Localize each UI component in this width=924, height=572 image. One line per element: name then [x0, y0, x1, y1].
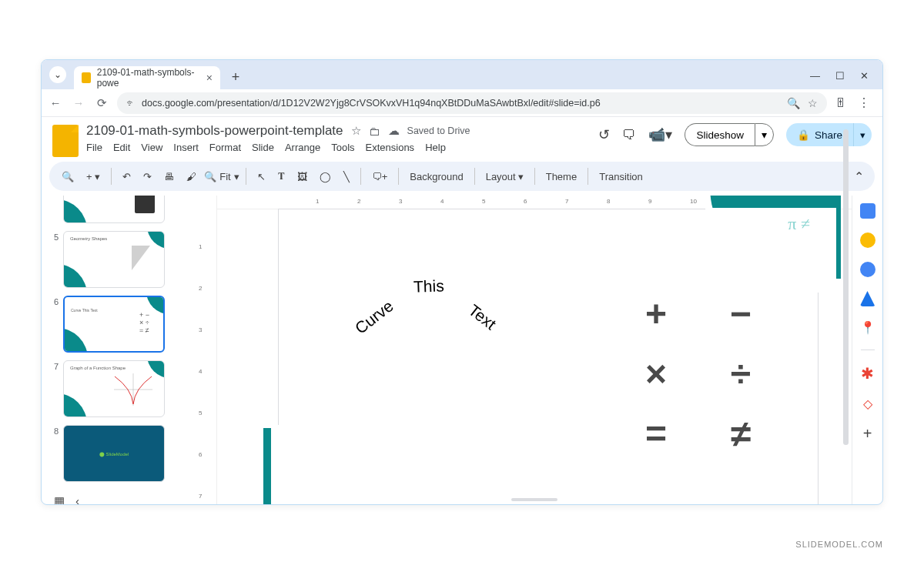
new-slide-button[interactable]: + ▾	[82, 168, 105, 186]
scrollbar-thumb[interactable]	[843, 196, 849, 445]
calendar-icon[interactable]	[860, 203, 875, 219]
collapse-toolbar-icon[interactable]: ⌃	[854, 169, 867, 184]
move-icon[interactable]: 🗀	[369, 125, 380, 138]
slide-number	[49, 200, 59, 202]
forward-icon[interactable]: →	[71, 96, 86, 109]
menu-slide[interactable]: Slide	[252, 142, 274, 153]
menu-view[interactable]: View	[141, 142, 162, 153]
close-window-icon[interactable]: ✕	[860, 70, 869, 82]
side-panel-rail: 📍 ✱ ◇ +	[852, 196, 882, 504]
line-icon[interactable]: ╲	[339, 168, 354, 186]
minimize-icon[interactable]: —	[810, 70, 820, 82]
slideshow-dropdown[interactable]: ▾	[755, 123, 774, 146]
keep-icon[interactable]	[860, 232, 875, 248]
paint-format-icon[interactable]: 🖌	[182, 168, 201, 186]
slide-thumb-8[interactable]: ⬤ SlideModel	[63, 425, 165, 482]
zoom-dropdown-icon[interactable]: ▾	[234, 171, 239, 182]
print-icon[interactable]: 🖶	[159, 168, 179, 186]
chrome-menu-icon[interactable]: ⋮	[858, 95, 870, 110]
math-symbols[interactable]: + − × ÷ = ≠	[625, 286, 772, 460]
notequal-symbol[interactable]: ≠	[731, 413, 751, 455]
vertical-ruler: 1 2 3 4 5 6 7	[196, 196, 217, 504]
meet-icon[interactable]: 📹▾	[648, 126, 672, 143]
multiply-symbol[interactable]: ×	[645, 353, 667, 395]
address-bar: ← → ⟳ ᯤ docs.google.com/presentation/d/1…	[42, 89, 882, 117]
search-menus-icon[interactable]: 🔍	[57, 168, 79, 186]
tab-search-button[interactable]: ⌄	[49, 66, 66, 83]
comment-add-icon[interactable]: 🗨+	[367, 168, 393, 186]
get-addons-icon[interactable]: +	[863, 425, 872, 443]
maps-icon[interactable]: 📍	[860, 320, 875, 336]
layout-button[interactable]: Layout ▾	[481, 168, 528, 186]
transition-button[interactable]: Transition	[594, 168, 648, 186]
addon-asterisk-icon[interactable]: ✱	[861, 364, 874, 383]
menu-format[interactable]: Format	[209, 142, 241, 153]
redo-icon[interactable]: ↷	[139, 168, 156, 186]
workspace: 5 Geometry Shapes 6 Curve This Text + −×…	[42, 196, 882, 504]
slide-canvas[interactable]: π ≠ Curve This Text + − × ÷ = ≠	[279, 209, 818, 504]
shape-icon[interactable]: ◯	[315, 168, 336, 186]
divide-symbol[interactable]: ÷	[731, 353, 751, 395]
slide-thumb-5[interactable]: Geometry Shapes	[63, 231, 165, 288]
tasks-icon[interactable]	[860, 262, 875, 277]
share-dropdown[interactable]: ▾	[853, 123, 872, 146]
slides-favicon	[82, 72, 91, 83]
slide-panel: 5 Geometry Shapes 6 Curve This Text + −×…	[42, 196, 196, 504]
slide-number: 8	[49, 425, 59, 436]
slide-number: 5	[49, 231, 59, 242]
menu-extensions[interactable]: Extensions	[366, 142, 415, 153]
site-info-icon[interactable]: ᯤ	[126, 98, 136, 109]
reload-icon[interactable]: ⟳	[94, 96, 109, 110]
decor-corner-bl	[263, 428, 394, 504]
zoom-level[interactable]: Fit	[219, 171, 230, 182]
slides-app-icon[interactable]	[52, 125, 79, 157]
slide-thumb[interactable]	[63, 196, 165, 223]
doc-title[interactable]: 2109-01-math-symbols-powerpoint-template	[86, 123, 343, 139]
menu-file[interactable]: File	[86, 142, 102, 153]
star-icon[interactable]: ☆	[351, 124, 361, 138]
speaker-notes-handle[interactable]	[511, 498, 557, 501]
url-text: docs.google.com/presentation/d/1D12V2W2Y…	[142, 98, 781, 109]
menu-insert[interactable]: Insert	[173, 142, 199, 153]
addon-hex-icon[interactable]: ◇	[863, 396, 872, 411]
history-icon[interactable]: ↺	[598, 126, 610, 143]
new-tab-button[interactable]: +	[225, 66, 246, 88]
menu-arrange[interactable]: Arrange	[285, 142, 320, 153]
comments-icon[interactable]: 🗨	[622, 127, 636, 143]
save-state: Saved to Drive	[407, 125, 470, 136]
zoom-page-icon[interactable]: 🔍	[787, 97, 800, 109]
omnibox[interactable]: ᯤ docs.google.com/presentation/d/1D12V2W…	[117, 92, 827, 114]
menu-tools[interactable]: Tools	[331, 142, 354, 153]
browser-window: ⌄ 2109-01-math-symbols-powe × + — ☐ ✕ ← …	[41, 59, 883, 505]
cloud-icon[interactable]: ☁	[388, 124, 400, 138]
grid-view-icon[interactable]: ▦	[54, 494, 65, 504]
browser-tab[interactable]: 2109-01-math-symbols-powe ×	[74, 66, 220, 89]
menu-help[interactable]: Help	[425, 142, 446, 153]
back-icon[interactable]: ←	[48, 96, 63, 109]
close-tab-icon[interactable]: ×	[206, 72, 213, 84]
contacts-icon[interactable]	[860, 291, 875, 306]
maximize-icon[interactable]: ☐	[835, 70, 845, 82]
equals-symbol[interactable]: =	[645, 413, 667, 455]
select-tool-icon[interactable]: ↖	[253, 168, 270, 186]
textbox-icon[interactable]: 𝐓	[273, 167, 290, 186]
minus-symbol[interactable]: −	[730, 293, 752, 335]
bookmark-icon[interactable]: ☆	[808, 97, 818, 109]
zoom-tool-icon[interactable]: 🔍	[204, 171, 216, 182]
plus-symbol[interactable]: +	[645, 293, 667, 335]
undo-icon[interactable]: ↶	[118, 168, 136, 186]
window-controls: — ☐ ✕	[810, 70, 878, 89]
menu-edit[interactable]: Edit	[113, 142, 130, 153]
app-header: 2109-01-math-symbols-powerpoint-template…	[42, 117, 882, 157]
slide-thumb-6-selected[interactable]: Curve This Text + −× ÷= ≠	[63, 296, 165, 353]
slide-thumb-7[interactable]: Graph of a Function Shape	[63, 360, 165, 417]
slideshow-button[interactable]: Slideshow	[685, 123, 755, 146]
background-button[interactable]: Background	[405, 168, 467, 186]
slide-number: 7	[49, 360, 59, 371]
filmstrip-collapse-icon[interactable]: ‹	[75, 494, 79, 504]
lock-icon: 🔒	[797, 129, 810, 141]
image-icon[interactable]: 🖼	[293, 168, 312, 186]
tab-strip: ⌄ 2109-01-math-symbols-powe × + — ☐ ✕	[42, 60, 882, 89]
theme-button[interactable]: Theme	[541, 168, 581, 186]
side-panel-icon[interactable]: 🎚	[835, 96, 847, 110]
